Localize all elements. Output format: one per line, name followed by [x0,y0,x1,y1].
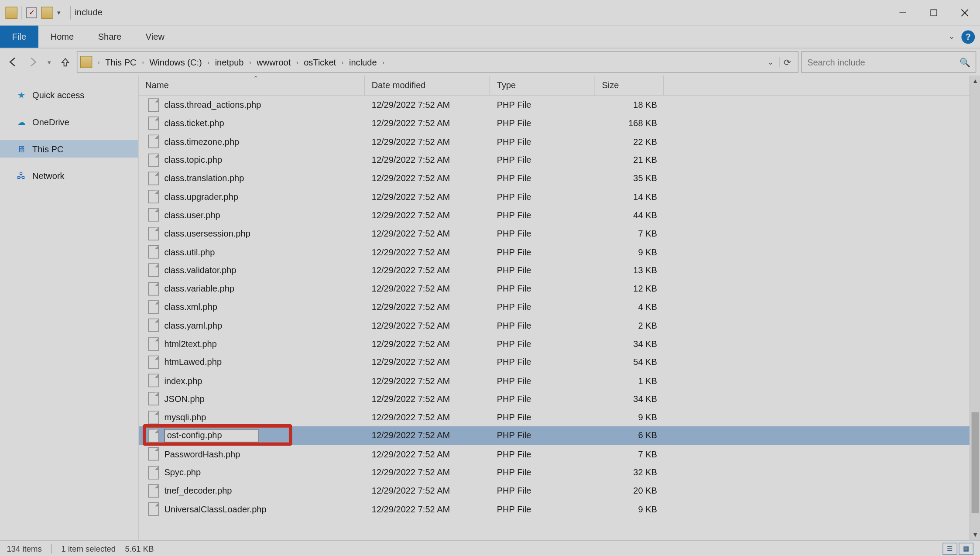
file-date: 12/29/2022 7:52 AM [365,504,490,514]
file-icon [148,411,159,424]
file-name: class.yaml.php [164,320,222,330]
maximize-button[interactable] [918,2,949,22]
file-icon [148,502,159,516]
file-icon [148,300,159,314]
scrollbar-thumb[interactable] [972,412,979,513]
column-header-size[interactable]: Size [595,76,664,95]
file-date: 12/29/2022 7:52 AM [365,100,490,110]
refresh-icon[interactable]: ⟳ [779,57,795,67]
file-type: PHP File [490,284,595,294]
navpane-quick-access[interactable]: ★ Quick access [0,86,138,104]
file-row[interactable]: class.upgrader.php12/29/2022 7:52 AMPHP … [139,188,970,206]
address-bar[interactable]: › This PC › Windows (C:) › inetpub › www… [77,51,798,72]
file-row[interactable]: class.translation.php12/29/2022 7:52 AMP… [139,169,970,188]
view-details-icon[interactable]: ☰ [942,542,957,555]
maximize-icon [930,8,938,17]
breadcrumb[interactable]: osTicket [301,57,339,67]
breadcrumb[interactable]: wwwroot [254,57,293,67]
chevron-right-icon[interactable]: › [140,58,145,65]
file-size: 7 KB [595,449,664,459]
breadcrumb[interactable]: include [346,57,380,67]
scroll-up-icon[interactable]: ▲ [970,76,980,86]
address-folder-icon [80,56,93,68]
chevron-right-icon[interactable]: › [381,58,386,65]
breadcrumb[interactable]: inetpub [212,57,246,67]
file-row[interactable]: ost-config.php12/29/2022 7:52 AMPHP File… [139,426,970,445]
qat-dropdown-icon[interactable]: ▾ [57,9,61,16]
file-type: PHP File [490,100,595,110]
help-icon[interactable]: ? [961,30,975,44]
file-size: 35 KB [595,173,664,183]
file-type: PHP File [490,173,595,183]
file-row[interactable]: class.util.php12/29/2022 7:52 AMPHP File… [139,243,970,261]
file-size: 9 KB [595,247,664,257]
breadcrumb[interactable]: This PC [103,57,139,67]
file-type: PHP File [490,192,595,202]
view-large-icon[interactable]: ▦ [959,542,973,555]
tab-home[interactable]: Home [38,26,86,48]
file-size: 32 KB [595,467,664,477]
file-row[interactable]: Spyc.php12/29/2022 7:52 AMPHP File32 KB [139,463,970,481]
chevron-right-icon[interactable]: › [96,58,101,65]
file-row[interactable]: class.variable.php12/29/2022 7:52 AMPHP … [139,279,970,298]
file-row[interactable]: class.yaml.php12/29/2022 7:52 AMPHP File… [139,316,970,335]
qat-newfolder-icon[interactable] [41,7,53,19]
close-button[interactable] [949,2,980,22]
search-input[interactable]: Search include 🔍 [801,51,976,72]
file-row[interactable]: JSON.php12/29/2022 7:52 AMPHP File34 KB [139,390,970,408]
file-row[interactable]: class.thread_actions.php12/29/2022 7:52 … [139,96,970,114]
file-row[interactable]: html2text.php12/29/2022 7:52 AMPHP File3… [139,335,970,353]
chevron-right-icon[interactable]: › [248,58,253,65]
column-header-date[interactable]: Date modified [365,76,490,95]
file-name: class.translation.php [164,173,244,183]
file-row[interactable]: UniversalClassLoader.php12/29/2022 7:52 … [139,500,970,518]
qat-properties-icon[interactable]: ✓ [26,7,37,18]
file-row[interactable]: class.usersession.php12/29/2022 7:52 AMP… [139,224,970,243]
window-title: include [75,7,103,17]
file-size: 7 KB [595,228,664,238]
file-name: class.timezone.php [164,137,239,147]
navpane-onedrive[interactable]: ☁ OneDrive [0,113,138,130]
navpane-label: This PC [32,144,63,154]
back-arrow-icon [7,57,18,68]
breadcrumb[interactable]: Windows (C:) [147,57,205,67]
file-name: mysqli.php [164,412,206,422]
search-icon[interactable]: 🔍 [959,57,970,67]
file-row[interactable]: class.timezone.php12/29/2022 7:52 AMPHP … [139,132,970,151]
forward-button[interactable] [24,53,42,71]
navpane-network[interactable]: 🖧 Network [0,167,138,185]
chevron-right-icon[interactable]: › [340,58,345,65]
navpane-this-pc[interactable]: 🖥 This PC [0,140,138,158]
file-type: PHP File [490,228,595,238]
file-row[interactable]: tnef_decoder.php12/29/2022 7:52 AMPHP Fi… [139,482,970,500]
file-row[interactable]: class.validator.php12/29/2022 7:52 AMPHP… [139,261,970,279]
up-button[interactable] [57,53,74,71]
file-row[interactable]: mysqli.php12/29/2022 7:52 AMPHP File9 KB [139,408,970,426]
file-size: 2 KB [595,320,664,330]
file-row[interactable]: htmLawed.php12/29/2022 7:52 AMPHP File54… [139,353,970,371]
back-button[interactable] [4,53,21,71]
tab-share[interactable]: Share [86,26,134,48]
vertical-scrollbar[interactable]: ▲ ▼ [970,76,980,540]
file-row[interactable]: class.user.php12/29/2022 7:52 AMPHP File… [139,206,970,224]
address-history-icon[interactable]: ⌄ [764,58,778,66]
file-type: PHP File [490,339,595,349]
column-header-type[interactable]: Type [490,76,595,95]
file-row[interactable]: PasswordHash.php12/29/2022 7:52 AMPHP Fi… [139,445,970,463]
recent-dropdown[interactable]: ▾ [45,53,54,71]
tab-file[interactable]: File [0,26,38,48]
column-header-name[interactable]: Name [139,76,365,95]
file-row[interactable]: class.topic.php12/29/2022 7:52 AMPHP Fil… [139,151,970,169]
tab-view[interactable]: View [134,26,177,48]
scroll-down-icon[interactable]: ▼ [970,529,980,540]
minimize-button[interactable] [887,2,918,22]
file-row[interactable]: class.xml.php12/29/2022 7:52 AMPHP File4… [139,298,970,316]
file-row[interactable]: index.php12/29/2022 7:52 AMPHP File1 KB [139,371,970,390]
chevron-right-icon[interactable]: › [295,58,300,65]
separator [21,6,22,19]
ribbon-collapse-icon[interactable]: ⌄ [949,32,955,41]
file-row[interactable]: class.ticket.php12/29/2022 7:52 AMPHP Fi… [139,114,970,132]
file-icon [148,374,159,388]
chevron-right-icon[interactable]: › [206,58,211,65]
rename-input[interactable]: ost-config.php [164,429,258,443]
